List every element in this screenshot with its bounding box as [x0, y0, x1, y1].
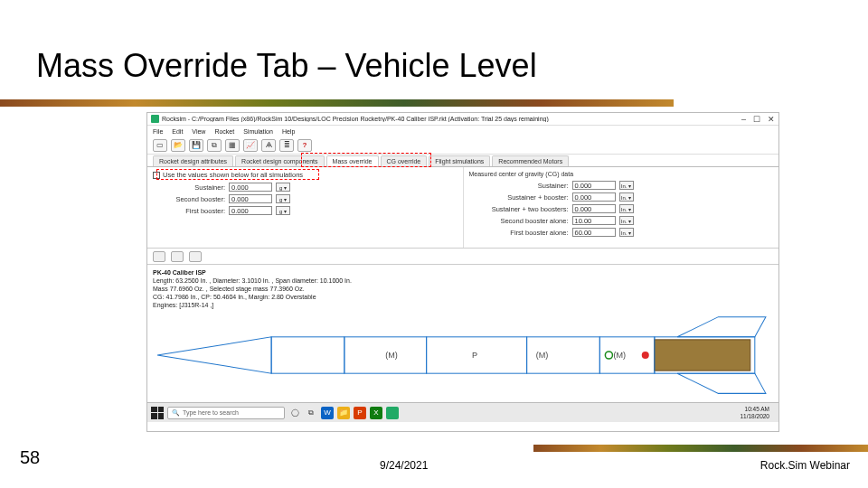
start-button[interactable] [151, 407, 164, 419]
window-maximize-button[interactable]: ☐ [753, 115, 760, 124]
app-window: Rocksim - C:/Program Files (x86)/RockSim… [146, 112, 779, 432]
label-cg-sustainer: Sustainer: [469, 182, 569, 190]
label-sustainer-mass: Sustainer: [153, 183, 225, 192]
excel-icon[interactable]: X [370, 407, 382, 419]
component-icon[interactable] [189, 251, 202, 262]
save-icon[interactable]: 💾 [189, 139, 203, 152]
tab-flight-sims[interactable]: Flight simulations [429, 155, 490, 166]
rocket-line1: Length: 63.2500 In. , Diameter: 3.1010 I… [153, 277, 773, 285]
word-icon[interactable]: W [321, 407, 334, 419]
slide-title: Mass Override Tab – Vehicle Level [36, 47, 537, 85]
tower-icon[interactable]: Ѧ [261, 139, 276, 152]
rocket-name: PK-40 Caliber ISP [153, 268, 773, 277]
rocket-diagram: (M) P (M) (M) [153, 312, 773, 399]
taskbar-clock[interactable]: 10:45 AM 11/18/2020 [740, 406, 775, 420]
menu-edit[interactable]: Edit [172, 128, 183, 135]
marker-m1: (M) [385, 351, 398, 360]
clock-date: 11/18/2020 [740, 413, 769, 420]
unit-first-booster-mass[interactable]: g ▾ [276, 206, 290, 215]
collapse-icon[interactable] [171, 251, 184, 262]
footer-label: Rock.Sim Webinar [760, 459, 850, 472]
copy-icon[interactable]: ⧉ [207, 139, 222, 152]
label-second-booster-mass: Second booster: [153, 195, 225, 203]
input-cg-sustainer[interactable]: 0.000 [572, 181, 616, 190]
taskbar-search[interactable]: 🔍 Type here to search [167, 407, 285, 419]
rocket-preview-panel: PK-40 Caliber ISP Length: 63.2500 In. , … [147, 265, 778, 402]
clock-time: 10:45 AM [740, 406, 769, 413]
mass-override-left: Use the values shown below for all simul… [147, 167, 464, 248]
menu-simulation[interactable]: Simulation [243, 128, 273, 135]
window-minimize-button[interactable]: – [741, 115, 746, 124]
use-values-checkbox[interactable] [153, 172, 160, 179]
menu-rocket[interactable]: Rocket [214, 128, 234, 135]
row-sustainer-mass: Sustainer: 0.000 g ▾ [153, 183, 458, 192]
explorer-icon[interactable]: 📁 [337, 407, 350, 419]
rocksim-icon[interactable] [386, 407, 399, 419]
marker-p: P [472, 351, 477, 360]
tab-mass-override[interactable]: Mass override [326, 155, 379, 166]
label-cg-sust-two: Sustainer + two boosters: [469, 205, 569, 213]
marker-m3: (M) [613, 351, 626, 360]
cp-marker [642, 352, 649, 359]
svg-rect-5 [655, 340, 750, 371]
menu-file[interactable]: File [153, 128, 163, 135]
unit-cg-second-alone[interactable]: In. ▾ [619, 216, 634, 225]
task-view-icon[interactable]: ⧉ [305, 407, 317, 419]
input-cg-second-alone[interactable]: 10.00 [572, 216, 616, 225]
unit-sustainer-mass[interactable]: g ▾ [276, 183, 290, 192]
row-cg-first-alone: First booster alone: 60.00 In. ▾ [469, 228, 774, 237]
grid-icon[interactable]: ▦ [225, 139, 240, 152]
menu-bar: File Edit View Rocket Simulation Help [147, 126, 778, 136]
menu-help[interactable]: Help [282, 128, 295, 135]
unit-cg-sust-two[interactable]: In. ▾ [619, 204, 634, 213]
row-cg-sustainer: Sustainer: 0.000 In. ▾ [469, 181, 774, 190]
row-second-booster-mass: Second booster: 0.000 g ▾ [153, 194, 458, 203]
input-cg-first-alone[interactable]: 60.00 [572, 228, 616, 237]
unit-cg-first-alone[interactable]: In. ▾ [619, 228, 634, 237]
list-icon[interactable]: ≣ [279, 139, 294, 152]
tab-bar: Rocket design attributes Rocket design c… [147, 155, 778, 167]
rocket-info-text: PK-40 Caliber ISP Length: 63.2500 In. , … [153, 268, 773, 309]
powerpoint-icon[interactable]: P [354, 407, 366, 419]
chart-icon[interactable]: 📈 [243, 139, 258, 152]
tab-design-components[interactable]: Rocket design components [235, 155, 324, 166]
window-close-button[interactable]: ✕ [768, 115, 775, 124]
label-cg-second-alone: Second booster alone: [469, 217, 569, 225]
input-first-booster-mass[interactable]: 0.000 [229, 206, 272, 215]
page-number: 58 [20, 447, 40, 468]
window-title: Rocksim - C:/Program Files (x86)/RockSim… [162, 116, 741, 122]
tab-design-attributes[interactable]: Rocket design attributes [153, 155, 233, 166]
tab-cg-override[interactable]: CG override [381, 155, 428, 166]
input-sustainer-mass[interactable]: 0.000 [229, 183, 272, 192]
row-cg-sust-two: Sustainer + two boosters: 0.000 In. ▾ [469, 204, 774, 213]
unit-cg-sust-booster[interactable]: In. ▾ [619, 192, 634, 202]
cg-marker [605, 352, 612, 359]
accent-ribbon-bottom [533, 445, 868, 452]
expand-icon[interactable] [153, 251, 165, 262]
label-cg-sust-booster: Sustainer + booster: [469, 193, 569, 202]
input-second-booster-mass[interactable]: 0.000 [229, 194, 272, 203]
row-cg-second-alone: Second booster alone: 10.00 In. ▾ [469, 216, 774, 225]
help-icon[interactable]: ? [297, 139, 312, 152]
window-titlebar: Rocksim - C:/Program Files (x86)/RockSim… [147, 113, 778, 126]
search-icon: 🔍 [172, 409, 180, 417]
open-icon[interactable]: 📂 [171, 139, 185, 152]
app-logo [151, 115, 159, 123]
cg-data-panel: Measured center of gravity (CG) data Sus… [464, 167, 779, 248]
unit-cg-sustainer[interactable]: In. ▾ [619, 181, 634, 190]
unit-second-booster-mass[interactable]: g ▾ [276, 194, 290, 203]
rocket-line3: CG: 41.7986 In., CP: 50.4604 In., Margin… [153, 293, 773, 301]
menu-view[interactable]: View [192, 128, 205, 135]
input-cg-sust-booster[interactable]: 0.000 [572, 192, 616, 202]
footer-date: 9/24/2021 [380, 459, 428, 472]
tab-recommended-motors[interactable]: Recommended Motors [492, 155, 569, 166]
cg-data-header: Measured center of gravity (CG) data [469, 171, 774, 177]
new-icon[interactable]: ▭ [153, 139, 167, 152]
accent-ribbon-top [0, 99, 674, 107]
component-toolbar [147, 249, 778, 265]
mass-override-panel: Use the values shown below for all simul… [147, 167, 778, 249]
windows-taskbar: 🔍 Type here to search ◯ ⧉ W 📁 P X 10:45 … [147, 402, 778, 422]
marker-m2: (M) [536, 351, 549, 360]
input-cg-sust-two[interactable]: 0.000 [572, 204, 616, 213]
cortana-icon[interactable]: ◯ [288, 407, 301, 419]
